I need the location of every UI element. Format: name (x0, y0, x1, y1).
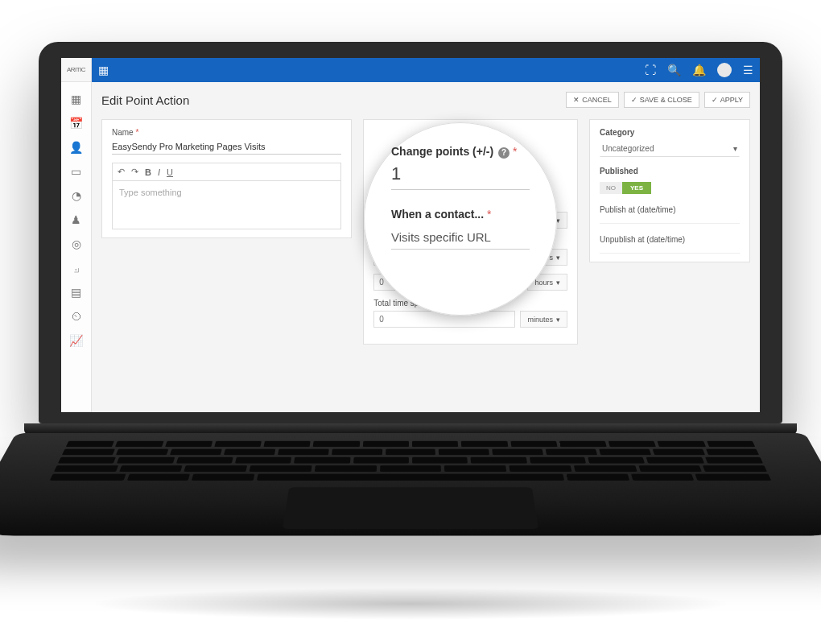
rte-editor[interactable]: Type something (112, 181, 341, 229)
name-input[interactable] (112, 139, 341, 155)
undo-icon[interactable]: ↶ (118, 167, 125, 177)
laptop-base (39, 423, 782, 602)
total-time-unit-select[interactable]: minutes ▾ (520, 311, 567, 328)
mag-change-value[interactable]: 1 (391, 163, 530, 190)
nav-pie-icon[interactable]: ◔ (61, 184, 91, 208)
topbar: ARITIC ▦ ⛶ 🔍 🔔 ☰ (61, 58, 760, 82)
toggle-no: NO (600, 182, 622, 194)
screen-bezel: ARITIC ▦ ⛶ 🔍 🔔 ☰ ▦ (39, 42, 782, 423)
keyboard (50, 441, 771, 481)
keyboard-deck (0, 433, 821, 536)
toggle-yes: YES (622, 182, 651, 194)
magnifier-lens: Change points (+/-) ? * 1 When a contact… (364, 122, 557, 316)
category-select[interactable]: Uncategorized▾ (600, 140, 740, 157)
publish-at-input[interactable] (600, 217, 740, 224)
nav-grid-icon[interactable]: ▤ (61, 280, 91, 304)
redo-icon[interactable]: ↷ (131, 167, 138, 177)
nav-calendar-icon[interactable]: 📅 (61, 111, 91, 135)
save-close-button[interactable]: ✓ SAVE & CLOSE (624, 92, 699, 108)
brand-text: ARITIC (67, 66, 85, 73)
underline-icon[interactable]: U (167, 167, 173, 177)
unpublish-at-input[interactable] (600, 247, 740, 254)
app-screen: ARITIC ▦ ⛶ 🔍 🔔 ☰ ▦ (61, 58, 760, 412)
published-toggle[interactable]: NO YES (600, 182, 651, 194)
cancel-button[interactable]: ✕ CANCEL (566, 92, 619, 108)
save-close-label: SAVE & CLOSE (640, 96, 692, 104)
page-title: Edit Point Action (101, 93, 189, 107)
hamburger-icon[interactable]: ☰ (743, 64, 753, 76)
nav-user-icon[interactable]: 👤 (61, 135, 91, 159)
left-panel: Name * ↶ ↷ B I U Type something (101, 119, 352, 238)
mag-when-label: When a contact... * (391, 208, 530, 221)
mag-change-label: Change points (+/-) ? * (391, 145, 530, 159)
italic-icon[interactable]: I (158, 167, 160, 177)
trackpad (283, 487, 538, 529)
nav-target-icon[interactable]: ◎ (61, 232, 91, 256)
avatar[interactable] (717, 63, 732, 77)
published-label: Published (600, 167, 740, 175)
nav-chart-icon[interactable]: 📈 (61, 328, 91, 353)
cancel-label: CANCEL (582, 96, 612, 104)
brand-logo: ARITIC (61, 58, 92, 82)
header-bar: ▦ ⛶ 🔍 🔔 ☰ (92, 58, 760, 82)
nav-gauge-icon[interactable]: ⏲ (61, 304, 91, 328)
category-label: Category (600, 128, 740, 137)
drop-shadow (89, 588, 732, 620)
nav-clipboard-icon[interactable]: ▭ (61, 159, 91, 184)
search-icon[interactable]: 🔍 (667, 64, 681, 76)
publish-at-label: Publish at (date/time) (600, 205, 740, 214)
apply-label: APPLY (720, 96, 743, 104)
fullscreen-icon[interactable]: ⛶ (645, 64, 656, 76)
main-content: Edit Point Action ✕ CANCEL ✓ SAVE & CLOS… (92, 82, 760, 412)
nav-puzzle-icon[interactable]: ♟ (61, 208, 91, 232)
nav-rss-icon[interactable]: ⟓ (61, 256, 91, 280)
name-label: Name * (112, 128, 341, 137)
nav-dashboard-icon[interactable]: ▦ (61, 87, 91, 111)
mag-when-select[interactable]: Visits specific URL (391, 225, 530, 250)
bell-icon[interactable]: 🔔 (692, 64, 706, 76)
rte-toolbar: ↶ ↷ B I U (112, 163, 341, 181)
side-nav: ▦ 📅 👤 ▭ ◔ ♟ ◎ ⟓ ▤ ⏲ 📈 (61, 82, 92, 412)
unpublish-at-label: Unpublish at (date/time) (600, 235, 740, 244)
bold-icon[interactable]: B (145, 167, 151, 177)
right-panel: Category Uncategorized▾ Published NO YES… (589, 119, 750, 262)
menu-grid-icon[interactable]: ▦ (98, 64, 109, 76)
apply-button[interactable]: ✓ APPLY (704, 92, 750, 108)
laptop-frame: ARITIC ▦ ⛶ 🔍 🔔 ☰ ▦ (39, 42, 782, 602)
